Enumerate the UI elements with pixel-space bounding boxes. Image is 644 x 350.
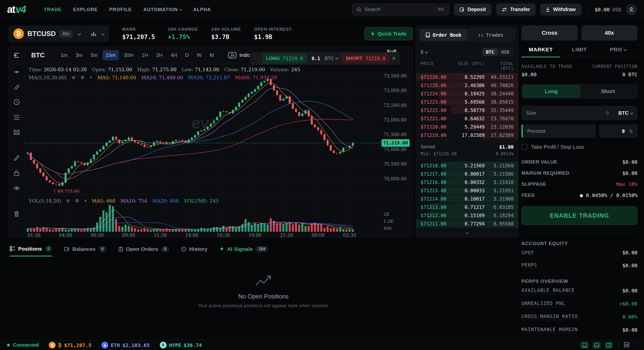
ask-row[interactable]: $71224.00 0.19425 38.24440 [416,89,518,98]
bid-row[interactable]: $71212.00 0.15109 6.18294 [416,211,518,219]
tab-trades[interactable]: ↑↓ Trades [467,29,514,41]
bid-row[interactable]: $71214.00 0.10017 5.31968 [416,195,518,203]
candlestick-chart[interactable]: 73,500.0073,000.0072,500.0072,000.0071,5… [25,64,413,238]
unit-btc-button[interactable]: BTC [482,48,498,56]
widget-size-value[interactable]: 0.1 [307,56,325,61]
quick-trade-button[interactable]: Quick Trade [364,27,413,40]
widget-long-button[interactable]: LONG 71219.0 [262,53,307,63]
ask-row[interactable]: $71219.00 17.82589 17.82589 [416,131,518,139]
eye-icon[interactable] [13,185,20,191]
tab-positions[interactable]: Positions 0 [10,242,52,256]
symbol-selector[interactable]: ₿ BTCUSD 40x [8,25,109,42]
btc-ticker[interactable]: ₿ ₿ $71,207.5 [49,342,91,348]
lock-icon[interactable] [13,170,20,176]
bid-row[interactable]: $71211.00 0.77294 6.95588 [416,219,518,228]
nav-item[interactable]: TRADE [44,7,61,12]
size-input[interactable]: Size 0 BTC [521,106,637,120]
tab-limit[interactable]: LIMIT [560,47,599,57]
ask-row[interactable]: $71221.00 0.64632 23.76670 [416,114,518,123]
tpsl-checkbox[interactable] [521,144,527,150]
pattern-tool-icon[interactable] [13,129,20,136]
layout-full-button[interactable] [580,341,589,349]
nav-item[interactable]: PROFILE [109,7,132,12]
timeframe-button[interactable]: D [182,50,192,60]
trash-icon[interactable] [13,211,20,217]
settings-icon[interactable]: ⚙ [75,198,79,204]
ask-row[interactable]: $71220.00 5.29449 23.12038 [416,123,518,131]
tab-order-book[interactable]: Order Book [420,29,467,41]
hype-ticker[interactable]: H HYPE $36.74 [160,342,202,348]
horizontal-line-tool-icon[interactable] [13,69,20,75]
brush-tool-icon[interactable] [13,155,20,161]
timeframe-button[interactable]: 4H [167,50,180,60]
drag-handle-icon[interactable]: ⋮⋮ [252,56,262,61]
bid-row[interactable]: $71216.00 0.00332 5.21918 [416,178,518,186]
collapse-sidebar-button[interactable] [9,47,25,64]
layout-bottom-button[interactable] [592,341,601,349]
ask-row[interactable]: $71226.00 8.52295 49.23121 [416,73,518,81]
tab-balances[interactable]: Balances 0 [64,242,106,256]
timeframe-button[interactable]: 1H [138,50,151,60]
bid-row[interactable]: $71217.00 0.00017 5.21586 [416,170,518,178]
tab-ai-signals[interactable]: ✦ AI Signals 184 [219,242,268,256]
ask-row[interactable]: $71225.00 2.46386 40.70826 [416,81,518,89]
ask-row[interactable]: $71223.00 5.69566 38.05015 [416,98,518,106]
withdraw-button[interactable]: Withdraw [540,4,581,16]
size-unit-select[interactable]: BTC [618,110,633,116]
eye-off-icon[interactable]: ⊘ [66,198,70,204]
deposit-button[interactable]: Deposit [454,4,491,16]
eye-off-icon[interactable]: ⊘ [72,75,75,80]
chevron-down-icon[interactable] [101,32,105,35]
timeframe-button[interactable]: 15m [102,50,119,60]
bid-row[interactable]: $71213.00 0.71217 6.03185 [416,203,518,211]
long-button[interactable]: Long [523,85,580,97]
tab-market[interactable]: MARKET [521,47,560,57]
timeframe-button[interactable]: 5m [87,50,101,60]
timeframe-button[interactable]: 2H [153,50,166,60]
eth-ticker[interactable]: ◆ ETH $2,103.65 [101,342,150,348]
tab-open-orders[interactable]: Open Orders 0 [119,242,169,256]
percent-input[interactable]: Percent [521,124,596,138]
order-book-expand-button[interactable] [416,228,518,238]
perps-label[interactable]: PERPS [521,262,537,269]
timeframe-button[interactable]: 30m [121,50,137,60]
user-avatar[interactable] [626,4,637,15]
search-input[interactable]: Search ⌘K [352,4,449,16]
timeframe-button[interactable]: W [194,50,205,60]
chart-style-icon[interactable] [91,31,96,36]
ellipse-tool-icon[interactable] [13,99,20,105]
bid-row[interactable]: $71215.00 0.00033 5.21951 [416,186,518,195]
widget-unit-select[interactable]: BTC [325,56,342,61]
nav-item[interactable]: ALPHA [193,7,211,12]
app-logo[interactable]: at v4 [7,4,26,15]
short-button[interactable]: Short [580,85,636,97]
grouping-select[interactable]: 8 [421,49,428,55]
bid-row[interactable]: $71218.00 5.21569 5.21569 [416,161,518,170]
tab-history[interactable]: History [181,242,207,256]
dashboard-layout-icon[interactable] [624,342,630,348]
trend-line-tool-icon[interactable] [13,84,20,90]
fib-retracement-tool-icon[interactable] [13,114,20,121]
nav-item[interactable]: AUTOMATION [143,7,182,12]
tab-pro[interactable]: PRO [599,47,637,57]
timeframe-button[interactable]: 1m [57,50,71,60]
unit-usd-button[interactable]: USD [498,48,513,56]
leverage-button[interactable]: 40x [581,25,638,41]
remove-indicator-icon[interactable]: × [90,75,92,80]
remove-indicator-icon[interactable]: × [84,198,87,204]
widget-short-button[interactable]: SHORT 71218.0 [342,53,390,63]
layout-side-button[interactable] [604,341,613,349]
widget-close-icon[interactable]: × [390,55,398,62]
chart-plot-area[interactable]: 73,500.0073,000.0072,500.0072,000.0071,5… [25,64,412,237]
transfer-button[interactable]: Transfer [496,4,536,16]
enable-trading-button[interactable]: ENABLE TRADING [521,206,637,225]
percent-value-box[interactable]: 0 % [599,124,637,138]
chart-symbol[interactable]: BTC [25,47,51,64]
unit-toggle: BTC USD [482,47,514,57]
margin-mode-button[interactable]: Cross [521,25,578,41]
settings-icon[interactable]: ⚙ [81,75,85,80]
timeframe-button[interactable]: M [206,50,217,60]
nav-item[interactable]: EXPLORE [73,7,98,12]
ask-row[interactable]: $71222.00 8.58779 32.35449 [416,106,518,114]
timeframe-button[interactable]: 3m [72,50,86,60]
